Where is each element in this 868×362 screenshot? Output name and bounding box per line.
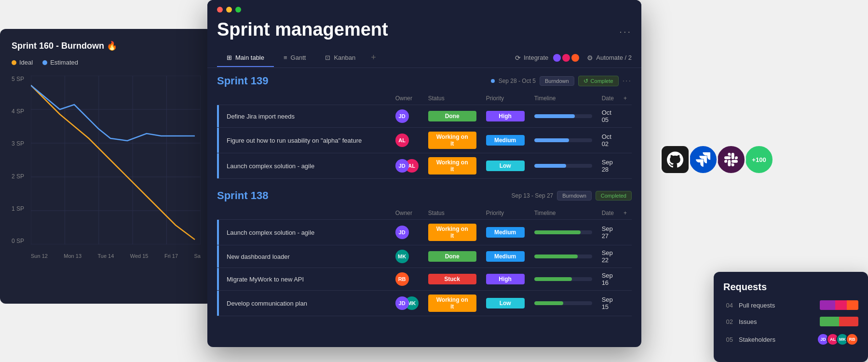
status-badge[interactable]: Working on it (428, 224, 476, 241)
sprint-138-burndown-badge[interactable]: Burndown (557, 191, 592, 201)
sprint-content: Sprint 139 Sep 28 - Oct 5 Burndown Compl… (207, 68, 641, 347)
task-name-define-jira: Define Jira import needs (217, 105, 391, 128)
priority-badge[interactable]: High (486, 274, 525, 284)
task-priority-define-jira[interactable]: High (481, 105, 529, 128)
task-add-lc (619, 220, 632, 245)
issues-label: Issues (739, 318, 814, 325)
integrate-button[interactable]: ⟳ Integrate (515, 54, 579, 62)
task-priority-launch-complex[interactable]: Medium (481, 220, 529, 245)
github-icon[interactable] (660, 145, 690, 174)
timeline-bar (534, 230, 592, 234)
sprint-139-burndown-badge[interactable]: Burndown (540, 76, 574, 86)
task-label: Launch complex solution - agile (227, 229, 314, 236)
request-row-pull: 04 Pull requests (723, 300, 858, 310)
priority-badge[interactable]: Medium (486, 135, 525, 146)
sprint-138-col-headers: Owner Status Priority Timeline Date + (217, 207, 632, 220)
burndown-title: Sprint 160 - Burndown 🔥 (12, 40, 201, 51)
automate-button[interactable]: ⚙ Automate / 2 (587, 54, 632, 62)
status-badge[interactable]: Working on it (428, 295, 476, 312)
task-add-mig (619, 268, 632, 291)
status-badge[interactable]: Stuck (428, 274, 476, 284)
avatar: JD (395, 226, 409, 239)
add-tab-button[interactable]: + (365, 48, 382, 67)
task-priority-launch-agile[interactable]: Low (481, 153, 529, 179)
status-badge[interactable]: Done (428, 111, 476, 121)
status-badge[interactable]: Working on it (428, 157, 476, 174)
timeline-bar (534, 277, 592, 281)
col-add-139[interactable]: + (619, 92, 632, 105)
y-label-0: 0 SP (12, 238, 24, 244)
x-axis-labels: Sun 12 Mon 13 Tue 14 Wed 15 Fri 17 Sa (31, 253, 201, 259)
close-light[interactable] (217, 7, 223, 13)
x-label-tue: Tue 14 (97, 253, 114, 259)
task-status-figure-out[interactable]: Working on it (423, 128, 481, 153)
priority-badge[interactable]: High (486, 111, 525, 121)
minimize-light[interactable] (226, 7, 232, 13)
sprint-139-status-badge[interactable]: Complete (578, 76, 619, 86)
priority-badge[interactable]: Low (486, 161, 525, 171)
header-more-button[interactable]: ... (619, 24, 632, 35)
tab-gantt[interactable]: ≡ Gantt (274, 49, 315, 67)
col-add-138[interactable]: + (619, 207, 632, 220)
avatar: MK (395, 250, 409, 263)
status-badge[interactable]: Done (428, 251, 476, 262)
task-status-migrate[interactable]: Stuck (423, 268, 481, 291)
requests-title: Requests (723, 282, 858, 293)
task-status-dashboard[interactable]: Done (423, 245, 481, 268)
task-name-dashboard-loader: New dashboard loader (217, 245, 391, 268)
timeline-bar (534, 164, 592, 168)
x-label-mon: Mon 13 (64, 253, 81, 259)
timeline-fill (534, 114, 575, 118)
sprint-139-more[interactable]: ··· (623, 77, 632, 85)
avatar: AL (395, 134, 409, 147)
y-label-2: 2 SP (12, 173, 24, 180)
slack-svg (724, 153, 738, 166)
jira-icon[interactable] (688, 145, 718, 174)
task-date-migrate: Sep 16 (597, 268, 619, 291)
task-priority-figure-out[interactable]: Medium (481, 128, 529, 153)
task-label: Develop communication plan (227, 300, 307, 307)
task-name-figure-out: Figure out how to run usability on "alph… (217, 128, 391, 153)
status-badge[interactable]: Working on it (428, 132, 476, 149)
sprint-138-meta: Sep 13 - Sep 27 Burndown Completed (512, 191, 632, 201)
sprint-139-date-range: Sep 28 - Oct 5 (499, 78, 536, 84)
row-indicator (217, 245, 219, 268)
task-status-comm-plan[interactable]: Working on it (423, 291, 481, 316)
x-label-fri: Fri 17 (164, 253, 178, 259)
slack-icon[interactable] (716, 145, 746, 174)
priority-badge[interactable]: Low (486, 298, 525, 308)
task-owner-dashboard: MK (391, 245, 423, 268)
priority-badge[interactable]: Medium (486, 251, 525, 262)
task-priority-comm-plan[interactable]: Low (481, 291, 529, 316)
y-label-4: 4 SP (12, 108, 24, 115)
issues-count: 02 (723, 318, 733, 325)
table-row: Develop communication plan JD MK Working… (217, 291, 632, 316)
col-task-138 (217, 207, 391, 220)
tab-kanban[interactable]: ⊡ Kanban (315, 49, 365, 67)
priority-badge[interactable]: Medium (486, 227, 525, 238)
task-status-launch-agile[interactable]: Working on it (423, 153, 481, 179)
task-owner-define-jira: JD (391, 105, 423, 128)
task-status-define-jira[interactable]: Done (423, 105, 481, 128)
sprint-138-name: Sprint 138 (217, 189, 268, 202)
y-label-5: 5 SP (12, 76, 24, 82)
bar-seg-red (839, 317, 858, 326)
task-priority-dashboard[interactable]: Medium (481, 245, 529, 268)
expand-light[interactable] (235, 7, 241, 13)
sprint-139-table: Owner Status Priority Timeline Date + De… (217, 92, 632, 179)
legend-estimated: Estimated (42, 59, 78, 66)
bar-seg-pink (835, 300, 847, 310)
task-add-figure-out (619, 128, 632, 153)
task-status-launch-complex[interactable]: Working on it (423, 220, 481, 245)
traffic-lights (217, 7, 632, 13)
col-status-138: Status (423, 207, 481, 220)
tab-main-table[interactable]: ⊞ Main table (217, 49, 274, 67)
estimated-dot (42, 60, 47, 65)
sprint-header: Sprint management ... (207, 19, 641, 48)
col-priority-138: Priority (481, 207, 529, 220)
col-status-139: Status (423, 92, 481, 105)
sprint-138-completed-badge[interactable]: Completed (596, 191, 632, 201)
task-priority-migrate[interactable]: High (481, 268, 529, 291)
more-integrations-button[interactable]: +100 (744, 145, 774, 174)
task-timeline-dashboard (529, 245, 597, 268)
